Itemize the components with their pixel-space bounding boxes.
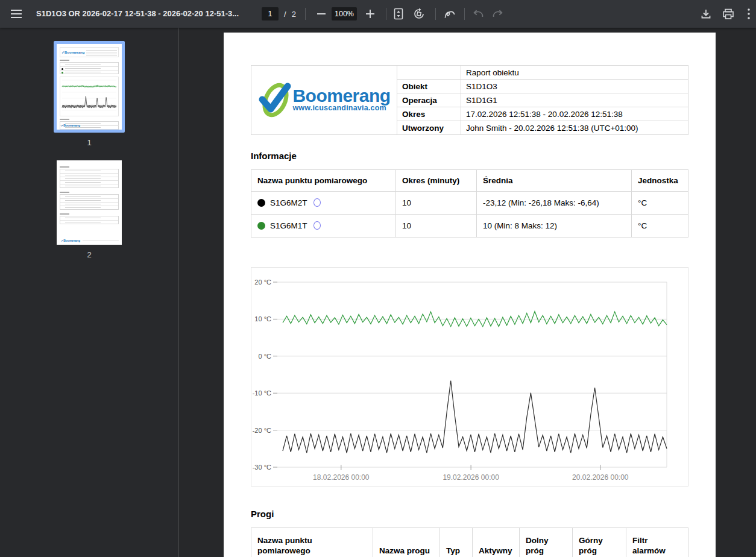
undo-arrow-icon — [472, 9, 484, 19]
logo-url: www.icuscandinavia.com — [292, 104, 390, 112]
svg-text:-20 °C: -20 °C — [253, 427, 271, 434]
header-value: Raport obiektu — [461, 66, 688, 80]
three-dot-menu-icon — [748, 8, 750, 19]
okres-value: 10 — [396, 192, 477, 215]
col-header: Nazwa punktu pomiarowego — [251, 528, 373, 557]
header-value: S1D1G1 — [461, 93, 688, 107]
zoom-in-button[interactable] — [362, 6, 378, 22]
header-value: John Smith - 20.02.2026 12:51:38 (UTC+01… — [461, 121, 688, 135]
header-label: Okres — [397, 107, 461, 121]
col-header: Nazwa progu — [373, 528, 440, 557]
hamburger-icon — [11, 10, 22, 18]
col-header: Aktywny — [473, 528, 520, 557]
fit-to-page-icon — [394, 8, 403, 20]
col-header: Nazwa punktu pomiarowego — [251, 170, 396, 192]
undo-button[interactable] — [470, 6, 486, 22]
header-label — [397, 66, 461, 80]
download-icon — [701, 8, 711, 19]
thumbnail-page-2-label: 2 — [54, 250, 125, 259]
fit-page-button[interactable] — [391, 6, 406, 22]
svg-text:-30 °C: -30 °C — [253, 464, 271, 471]
informacje-heading: Informacje — [251, 151, 297, 161]
rotate-button[interactable] — [411, 6, 427, 22]
header-value: S1D1O3 — [461, 80, 688, 93]
thumbnail-page-1-preview: ✓Boomerang ✓Boomerang — [57, 44, 122, 130]
page-controls: / 2 — [262, 7, 296, 20]
header-label: Utworzony — [397, 121, 461, 135]
zoom-input[interactable] — [332, 7, 357, 20]
progi-heading: Progi — [251, 509, 274, 519]
informacje-table: Nazwa punktu pomiarowego Okres (minuty) … — [251, 169, 688, 238]
report-header-table: Boomerang www.icuscandinavia.com Raport … — [251, 65, 688, 135]
thumbnail-page-1[interactable]: ✓Boomerang ✓Boomerang 1 — [54, 41, 125, 147]
boomerang-check-icon — [257, 81, 291, 119]
thumbnail-page-2-preview: ✓Boomerang — [57, 160, 122, 245]
printer-icon — [722, 8, 734, 20]
rotate-counterclockwise-icon — [413, 8, 425, 20]
toolbar-separator — [464, 8, 465, 20]
col-header: Średnia — [477, 170, 632, 192]
document-title: S1D1O3 OR 2026-02-17 12-51-38 - 2026-02-… — [36, 9, 239, 18]
page-divider: / — [284, 10, 286, 19]
header-value: 17.02.2026 12:51:38 - 20.02.2026 12:51:3… — [461, 107, 688, 121]
okres-value: 10 — [396, 215, 477, 238]
svg-text:19.02.2026 00:00: 19.02.2026 00:00 — [443, 473, 499, 482]
zoom-out-button[interactable] — [313, 6, 329, 22]
download-button[interactable] — [698, 6, 714, 22]
svg-text:20 °C: 20 °C — [254, 278, 271, 286]
svg-text:-10 °C: -10 °C — [253, 389, 271, 397]
toolbar-separator — [305, 8, 306, 20]
thumbnail-page-1-label: 1 — [54, 138, 125, 147]
table-row: S1G6M2T 10 -23,12 (Min: -26,18 Maks: -6,… — [251, 192, 688, 215]
svg-text:0 °C: 0 °C — [258, 353, 271, 360]
minus-icon — [317, 13, 326, 14]
more-actions-button[interactable] — [741, 6, 756, 22]
thumb1-chart — [60, 77, 119, 116]
link-circle-icon[interactable] — [313, 198, 321, 207]
header-label: Obiekt — [397, 80, 461, 93]
col-header: Górny próg — [573, 528, 626, 557]
redo-arrow-icon — [492, 9, 504, 19]
toolbar-separator — [386, 8, 386, 20]
series-color-dot — [257, 222, 265, 230]
svg-text:20.02.2026 00:00: 20.02.2026 00:00 — [572, 473, 629, 482]
pdf-page-1: Boomerang www.icuscandinavia.com Raport … — [224, 33, 716, 557]
progi-table: Nazwa punktu pomiarowego Nazwa progu Typ… — [251, 527, 688, 557]
svg-text:10 °C: 10 °C — [254, 315, 271, 323]
thumbnail-sidebar: ✓Boomerang ✓Boomerang 1 — [0, 28, 179, 557]
table-row: S1G6M1T 10 10 (Min: 8 Maks: 12) °C — [251, 215, 688, 238]
menu-button[interactable] — [8, 6, 24, 22]
col-header: Typ — [440, 528, 473, 557]
srednia-value: 10 (Min: 8 Maks: 12) — [477, 215, 632, 238]
col-header: Filtr alarmów — [626, 528, 688, 557]
page-input[interactable] — [262, 7, 279, 20]
pdf-viewport: Boomerang www.icuscandinavia.com Raport … — [180, 28, 756, 557]
measurement-name: S1G6M2T — [270, 198, 307, 207]
print-button[interactable] — [720, 6, 736, 22]
boomerang-logo: Boomerang www.icuscandinavia.com — [251, 66, 397, 135]
logo-brand: Boomerang — [292, 88, 390, 104]
pen-squiggle-icon — [444, 8, 456, 19]
toolbar-separator — [435, 8, 436, 20]
jednostka-value: °C — [632, 192, 688, 215]
header-label: Operacja — [397, 93, 461, 107]
jednostka-value: °C — [632, 215, 688, 238]
page-count: 2 — [292, 10, 296, 19]
svg-text:18.02.2026 00:00: 18.02.2026 00:00 — [313, 473, 370, 482]
thumbnail-page-2[interactable]: ✓Boomerang 2 — [54, 160, 125, 259]
col-header: Okres (minuty) — [396, 170, 477, 192]
redo-button[interactable] — [490, 6, 506, 22]
srednia-value: -23,12 (Min: -26,18 Maks: -6,64) — [477, 192, 632, 215]
annotate-button[interactable] — [442, 6, 458, 22]
plus-icon — [366, 10, 374, 18]
series-color-dot — [257, 199, 265, 207]
pdf-toolbar: S1D1O3 OR 2026-02-17 12-51-38 - 2026-02-… — [0, 0, 756, 28]
measurement-name: S1G6M1T — [270, 221, 307, 230]
link-circle-icon[interactable] — [313, 221, 321, 230]
col-header: Dolny próg — [520, 528, 573, 557]
chart: 20 °C10 °C0 °C-10 °C-20 °C-30 °C18.02.20… — [251, 267, 688, 486]
col-header: Jednostka — [632, 170, 688, 192]
